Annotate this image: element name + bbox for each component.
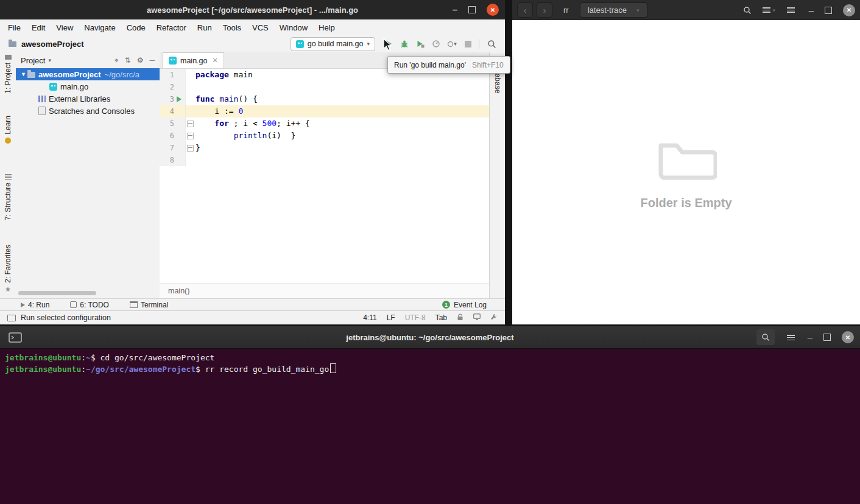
menu-item-file[interactable]: File — [2, 23, 26, 32]
tool-button-4-run[interactable]: 4: Run — [21, 301, 49, 309]
breadcrumb[interactable]: main() — [168, 287, 189, 295]
back-button[interactable]: ‹ — [517, 2, 533, 18]
tool-button-database[interactable]: Database — [493, 62, 502, 298]
code-area[interactable]: 1package main23func main() {4 i := 05 fo… — [160, 69, 489, 283]
main-toolbar: awesomeProject go build main.go ▾ ▾ — [0, 35, 505, 53]
status-bar-widgets: 4:11 LF UTF-8 Tab — [363, 313, 498, 323]
code-line: 3func main() { — [160, 93, 489, 105]
fold-icon[interactable] — [187, 133, 194, 139]
inspections-monitor-icon[interactable] — [473, 313, 481, 322]
search-icon — [487, 40, 496, 49]
terminal-body[interactable]: jetbrains@ubuntu:~$ cd go/src/awesomePro… — [0, 349, 860, 375]
event-log-button[interactable]: 1 Event Log — [442, 301, 487, 309]
run-line-icon[interactable] — [174, 93, 184, 105]
tree-item-external-libraries[interactable]: External Libraries — [16, 93, 160, 105]
project-panel-title: Project — [21, 56, 45, 65]
menu-item-tools[interactable]: Tools — [217, 23, 247, 32]
close-button[interactable]: ✕ — [842, 331, 854, 343]
project-panel-actions: ⌖ ⇅ ⚙ ─ — [115, 56, 155, 65]
search-button[interactable] — [756, 329, 775, 345]
stop-button[interactable] — [460, 37, 475, 51]
file-encoding[interactable]: UTF-8 — [405, 313, 426, 322]
code-line: 6 println(i) } — [160, 130, 489, 142]
tool-button-6-todo[interactable]: 6: TODO — [70, 301, 109, 309]
path-button-current[interactable]: latest-trace ▾ — [580, 2, 647, 18]
menu-item-code[interactable]: Code — [121, 23, 151, 32]
run-icon — [21, 303, 25, 307]
ide-window: awesomeProject [~/go/src/awesomeProject]… — [0, 0, 505, 324]
path-button-rr[interactable]: rr — [556, 2, 576, 18]
tree-item-path: ~/go/src/a — [105, 70, 139, 79]
caret-position[interactable]: 4:11 — [363, 313, 376, 322]
event-log-label: Event Log — [454, 301, 487, 309]
locate-file-icon[interactable]: ⌖ — [115, 56, 119, 65]
tree-item-main-go[interactable]: main.go — [16, 80, 160, 93]
close-button[interactable]: ✕ — [487, 4, 499, 16]
expand-collapse-icon[interactable]: ⇅ — [125, 56, 131, 65]
menu-item-refactor[interactable]: Refactor — [151, 23, 192, 32]
maximize-button[interactable] — [825, 7, 832, 14]
ide-titlebar[interactable]: awesomeProject [~/go/src/awesomeProject]… — [0, 0, 505, 19]
toolwindow-quick-access-icon[interactable] — [7, 315, 16, 321]
terminal-line: jetbrains@ubuntu:~$ cd go/src/awesomePro… — [5, 352, 860, 363]
fold-icon[interactable] — [187, 145, 194, 152]
event-log-badge: 1 — [442, 301, 450, 309]
maximize-button[interactable] — [823, 334, 831, 341]
ide-window-controls: – ✕ — [453, 0, 499, 19]
tool-button-learn[interactable]: Learn — [0, 116, 16, 144]
expander-icon[interactable]: ▼ — [19, 71, 27, 77]
chevron-down-icon: ▾ — [636, 7, 640, 13]
close-button[interactable]: ✕ — [843, 4, 855, 16]
fold-icon[interactable] — [187, 121, 194, 127]
tool-button-7-structure[interactable]: 7: Structure — [0, 174, 16, 220]
horizontal-scrollbar[interactable] — [18, 291, 96, 295]
tool-button-terminal[interactable]: Terminal — [130, 301, 168, 309]
tool-button-1-project[interactable]: 1: Project — [0, 55, 16, 94]
close-tab-icon[interactable]: ✕ — [212, 57, 217, 65]
debug-button[interactable] — [397, 37, 412, 51]
stop-icon — [465, 41, 471, 47]
tree-item-scratches-and-consoles[interactable]: Scratches and Consoles — [16, 105, 160, 117]
indent-style[interactable]: Tab — [435, 313, 447, 322]
minimize-button[interactable]: – — [808, 334, 812, 340]
tool-button-2-favorites[interactable]: 2: Favorites★ — [0, 245, 16, 293]
menu-item-view[interactable]: View — [51, 23, 79, 32]
run-config-select[interactable]: go build main.go ▾ — [291, 37, 375, 51]
menu-button[interactable] — [782, 2, 800, 18]
project-folder-icon — [9, 41, 16, 47]
editor-tab-main-go[interactable]: main.go ✕ — [163, 52, 224, 68]
lock-icon[interactable] — [457, 313, 463, 323]
file-manager-header[interactable]: ‹ › rr latest-trace ▾ ▾ – ✕ — [512, 0, 860, 20]
menu-item-help[interactable]: Help — [313, 23, 340, 32]
code-line: 8 — [160, 154, 489, 166]
minimize-button[interactable]: – — [453, 7, 457, 13]
menu-item-vcs[interactable]: VCS — [247, 23, 274, 32]
run-with-coverage-button[interactable] — [413, 37, 428, 51]
minimize-button[interactable]: – — [809, 7, 814, 13]
attach-process-button[interactable]: ▾ — [445, 37, 459, 51]
menu-item-edit[interactable]: Edit — [26, 23, 51, 32]
view-options-button[interactable]: ▾ — [760, 2, 778, 18]
gear-icon[interactable]: ⚙ — [137, 56, 144, 65]
2-favorites-icon: ★ — [5, 286, 11, 293]
hide-panel-icon[interactable]: ─ — [149, 56, 155, 65]
tree-item-awesomeproject[interactable]: ▼awesomeProject~/go/src/a — [16, 68, 160, 80]
terminal-line: jetbrains@ubuntu:~/go/src/awesomeProject… — [5, 363, 860, 375]
search-everywhere-button[interactable] — [484, 37, 499, 51]
terminal-app-button[interactable] — [6, 329, 24, 345]
wrench-icon[interactable] — [490, 313, 498, 323]
search-button[interactable] — [738, 2, 756, 18]
menu-item-window[interactable]: Window — [274, 23, 313, 32]
terminal-header[interactable]: jetbrains@ubuntu: ~/go/src/awesomeProjec… — [0, 326, 860, 349]
menu-button[interactable] — [782, 329, 800, 345]
profiler-button[interactable] — [429, 37, 443, 51]
line-separator[interactable]: LF — [387, 313, 395, 322]
forward-button[interactable]: › — [537, 2, 552, 18]
maximize-button[interactable] — [468, 6, 476, 13]
menu-item-navigate[interactable]: Navigate — [79, 23, 121, 32]
menu-item-run[interactable]: Run — [192, 23, 217, 32]
ide-window-title: awesomeProject [~/go/src/awesomeProject]… — [147, 5, 358, 15]
project-panel-header[interactable]: Project ▾ ⌖ ⇅ ⚙ ─ — [16, 52, 160, 68]
terminal-header-actions: – ✕ — [756, 329, 854, 345]
chevron-down-icon: ▾ — [454, 41, 457, 47]
